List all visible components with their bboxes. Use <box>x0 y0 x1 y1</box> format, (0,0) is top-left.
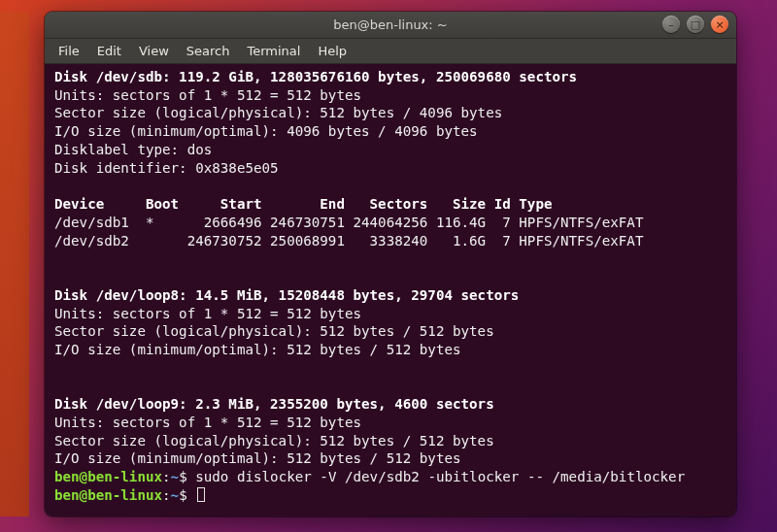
terminal-line <box>54 177 726 195</box>
terminal-line <box>54 268 726 286</box>
terminal-line: Disklabel type: dos <box>54 141 726 159</box>
maximize-button[interactable]: □ <box>687 16 704 33</box>
maximize-icon: □ <box>691 19 700 30</box>
terminal-line: /dev/sdb1 * 2666496 246730751 244064256 … <box>54 214 726 232</box>
close-icon: × <box>715 19 724 30</box>
terminal-line: Sector size (logical/physical): 512 byte… <box>54 322 726 341</box>
terminal-line <box>54 249 726 268</box>
cursor-icon <box>197 487 205 502</box>
menu-terminal[interactable]: Terminal <box>239 41 308 61</box>
menubar: File Edit View Search Terminal Help <box>45 39 736 64</box>
terminal-line: /dev/sdb2 246730752 250068991 3338240 1.… <box>54 232 726 250</box>
terminal-line: Disk /dev/sdb: 119.2 GiB, 128035676160 b… <box>54 68 726 86</box>
terminal-line: Units: sectors of 1 * 512 = 512 bytes <box>54 414 726 432</box>
terminal-line <box>54 377 726 395</box>
terminal-line: Device Boot Start End Sectors Size Id Ty… <box>54 195 726 214</box>
terminal-line: Sector size (logical/physical): 512 byte… <box>54 104 726 122</box>
menu-view[interactable]: View <box>131 41 177 61</box>
terminal-line <box>54 359 726 378</box>
terminal-window: ben@ben-linux: ~ – □ × File Edit View Se… <box>45 12 736 516</box>
terminal-prompt-line: ben@ben-linux:~$ sudo dislocker -V /dev/… <box>54 468 726 486</box>
terminal-line: Units: sectors of 1 * 512 = 512 bytes <box>54 305 726 323</box>
terminal-line: I/O size (minimum/optimal): 512 bytes / … <box>54 449 726 468</box>
terminal-line: Sector size (logical/physical): 512 byte… <box>54 432 726 450</box>
prompt-path: ~ <box>171 487 180 503</box>
window-title: ben@ben-linux: ~ <box>333 17 447 32</box>
titlebar[interactable]: ben@ben-linux: ~ – □ × <box>45 12 736 39</box>
minimize-icon: – <box>668 19 674 30</box>
terminal-line: Disk /dev/loop8: 14.5 MiB, 15208448 byte… <box>54 286 726 305</box>
terminal-line: Units: sectors of 1 * 512 = 512 bytes <box>54 86 726 105</box>
terminal-line: I/O size (minimum/optimal): 512 bytes / … <box>54 341 726 359</box>
menu-help[interactable]: Help <box>310 41 355 61</box>
terminal-line: Disk identifier: 0x838e5e05 <box>54 159 726 178</box>
menu-search[interactable]: Search <box>179 41 238 61</box>
prompt-path: ~ <box>171 469 180 484</box>
desktop-launcher-edge <box>0 12 29 516</box>
prompt-command: sudo dislocker -V /dev/sdb2 -ubitlocker … <box>195 469 685 484</box>
prompt-user: ben@ben-linux <box>54 487 162 503</box>
terminal-line: Disk /dev/loop9: 2.3 MiB, 2355200 bytes,… <box>54 395 726 414</box>
menu-edit[interactable]: Edit <box>89 41 129 61</box>
prompt-user: ben@ben-linux <box>54 469 162 484</box>
terminal-output[interactable]: Disk /dev/sdb: 119.2 GiB, 128035676160 b… <box>45 64 736 516</box>
terminal-prompt-line: ben@ben-linux:~$ <box>54 486 726 505</box>
window-controls: – □ × <box>662 16 728 33</box>
minimize-button[interactable]: – <box>662 16 680 33</box>
close-button[interactable]: × <box>711 16 728 33</box>
terminal-line: I/O size (minimum/optimal): 4096 bytes /… <box>54 122 726 141</box>
menu-file[interactable]: File <box>51 41 87 61</box>
